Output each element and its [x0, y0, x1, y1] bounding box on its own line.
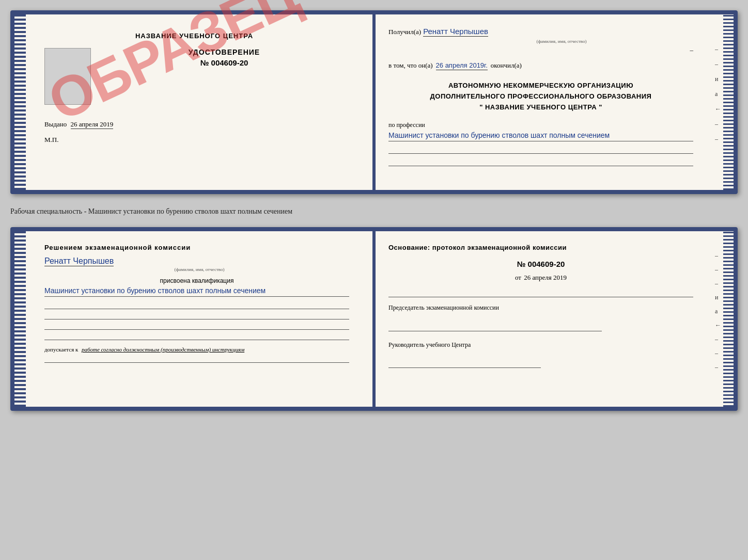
issued-label: Выдано	[44, 120, 67, 128]
cert-label: УДОСТОВЕРЕНИЕ	[104, 48, 344, 56]
profession-name: Машинист установки по бурению стволов ша…	[388, 130, 693, 141]
bottom-person-sublabel: (фамилия, имя, отчество)	[50, 267, 349, 272]
qualification-prefix: присвоена квалификация	[44, 277, 349, 284]
recipient-name: Ренатт Черпышев	[423, 27, 488, 37]
right-margin-decoration	[723, 14, 734, 190]
bottom-left-stripe	[14, 231, 26, 407]
cert-number: № 004609-20	[104, 58, 344, 67]
in-that-line: в том, что он(а) 26 апреля 2019г. окончи…	[388, 61, 693, 70]
bottom-right-page: Основание: протокол экзаменационной коми…	[374, 231, 734, 407]
top-right-page: Получил(а) Ренатт Черпышев (фамилия, имя…	[374, 14, 734, 190]
top-document: НАЗВАНИЕ УЧЕБНОГО ЦЕНТРА УДОСТОВЕРЕНИЕ №…	[10, 10, 738, 194]
profession-block: по профессии Машинист установки по бурен…	[388, 121, 693, 141]
protocol-number: № 004609-20	[388, 260, 693, 268]
underline-3	[44, 323, 349, 330]
org-block: АВТОНОМНУЮ НЕКОММЕРЧЕСКУЮ ОРГАНИЗАЦИЮ ДО…	[388, 81, 693, 113]
separator-label: Рабочая специальность - Машинист установ…	[10, 207, 292, 215]
org-line2: ДОПОЛНИТЕЛЬНОГО ПРОФЕССИОНАЛЬНОГО ОБРАЗО…	[388, 91, 693, 102]
left-stripe-decoration	[14, 14, 26, 190]
decision-title: Решением экзаменационной комиссии	[44, 244, 349, 251]
right-dashes-top: – – и а ← – –	[715, 45, 721, 143]
recipient-sublabel: (фамилия, имя, отчество)	[430, 39, 693, 44]
bottom-person-name: Ренатт Черпышев	[44, 257, 349, 266]
right-dashes-bottom: – – – и а ← – – –	[715, 252, 721, 371]
allowed-prefix: допускается к	[44, 346, 78, 353]
issued-date: 26 апреля 2019	[71, 120, 114, 129]
org-line1: АВТОНОМНУЮ НЕКОММЕРЧЕСКУЮ ОРГАНИЗАЦИЮ	[388, 81, 693, 91]
issued-line: Выдано 26 апреля 2019	[44, 120, 344, 129]
mp-label: М.П.	[44, 136, 344, 144]
director-label: Руководитель учебного Центра	[388, 340, 693, 351]
org-line3: " НАЗВАНИЕ УЧЕБНОГО ЦЕНТРА "	[388, 102, 693, 113]
date-underline	[388, 292, 693, 297]
underline-4	[44, 333, 349, 340]
allowed-text: работе согласно должностным (производств…	[82, 346, 244, 353]
basis-title: Основание: протокол экзаменационной коми…	[388, 244, 693, 251]
bottom-document: Решением экзаменационной комиссии Ренатт…	[10, 227, 738, 411]
profession-prefix: по профессии	[388, 121, 425, 129]
received-prefix: Получил(а)	[388, 28, 421, 36]
chairman-block: Председатель экзаменационной комиссии	[388, 302, 693, 331]
protocol-date-value: 26 апреля 2019	[524, 274, 567, 281]
qualification-name: Машинист установки по бурению стволов ша…	[44, 285, 349, 297]
in-that-prefix: в том, что он(а)	[388, 61, 433, 70]
underline-1	[44, 302, 349, 309]
page-wrapper: НАЗВАНИЕ УЧЕБНОГО ЦЕНТРА УДОСТОВЕРЕНИЕ №…	[10, 10, 738, 411]
bottom-name: Ренатт Черпышев	[44, 257, 114, 266]
bottom-underline	[44, 356, 349, 363]
cert-title: НАЗВАНИЕ УЧЕБНОГО ЦЕНТРА	[55, 32, 334, 40]
director-signature-line	[388, 361, 541, 368]
director-block: Руководитель учебного Центра	[388, 340, 693, 369]
completed-suffix: окончил(а)	[491, 61, 522, 70]
received-line: Получил(а) Ренатт Черпышев (фамилия, имя…	[388, 27, 693, 54]
chairman-signature-line	[388, 324, 602, 331]
completion-date: 26 апреля 2019г.	[436, 61, 488, 70]
separator-text: Рабочая специальность - Машинист установ…	[10, 203, 738, 218]
bottom-right-margin	[723, 231, 734, 407]
cert-photo	[44, 48, 91, 105]
date-prefix: от	[515, 274, 521, 281]
allowed-block: допускается к работе согласно должностны…	[44, 346, 349, 353]
underline-2	[44, 312, 349, 319]
protocol-date: от 26 апреля 2019	[388, 274, 693, 282]
top-left-page: НАЗВАНИЕ УЧЕБНОГО ЦЕНТРА УДОСТОВЕРЕНИЕ №…	[14, 14, 374, 190]
chairman-label: Председатель экзаменационной комиссии	[388, 302, 693, 314]
bottom-left-page: Решением экзаменационной комиссии Ренатт…	[14, 231, 374, 407]
